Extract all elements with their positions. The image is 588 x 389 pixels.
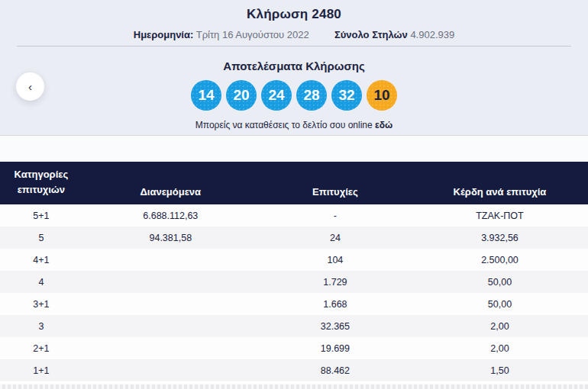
cell-category: 2+1	[0, 343, 82, 354]
table-row: 5 94.381,58 24 3.932,56	[0, 227, 588, 249]
cell-category: 5	[0, 233, 82, 243]
table-row: 4 1.729 50,00	[0, 271, 588, 293]
prize-table-header: Κατηγορίες επιτυχιών Διανεμόμενα Επιτυχί…	[0, 162, 588, 204]
drawn-numbers: 14 20 24 28 32 10	[0, 79, 588, 111]
online-submit-link[interactable]: εδώ	[375, 120, 393, 130]
section-spacer	[0, 136, 588, 162]
draw-results: Αποτελέσματα Κλήρωσης 14 20 24 28 32 10 …	[0, 59, 588, 130]
draw-title: Κλήρωση 2480	[0, 7, 588, 22]
column-header-label: Κατηγορίες επιτυχιών	[9, 167, 73, 198]
cell-category: 4	[0, 277, 82, 288]
cell-prize: ΤΖΑΚ-ΠΟΤ	[412, 211, 588, 221]
draw-meta: Ημερομηνία: Τρίτη 16 Αυγούστου 2022 Σύνο…	[0, 29, 588, 40]
column-header-distributed: Διανεμόμενα	[82, 186, 259, 198]
table-row: 5+1 6.688.112,63 - ΤΖΑΚ-ΠΟΤ	[0, 204, 588, 227]
prize-table: Κατηγορίες επιτυχιών Διανεμόμενα Επιτυχί…	[0, 162, 588, 381]
cell-winners: 19.699	[259, 343, 412, 354]
cell-category: 5+1	[0, 211, 82, 221]
columns-total-label: Σύνολο Στηλών	[334, 29, 408, 40]
cell-distributed: 94.381,58	[82, 233, 259, 243]
online-submit-note: Μπορείς να καταθέσεις το δελτίο σου onli…	[0, 120, 588, 130]
table-row: 2+1 19.699 2,00	[0, 337, 588, 359]
drawn-number-ball: 14	[191, 80, 221, 111]
cell-category: 1+1	[0, 365, 82, 376]
table-row: 3+1 1.668 50,00	[0, 293, 588, 315]
cell-category: 3	[0, 321, 82, 332]
column-header-prize: Κέρδη ανά επιτυχία	[412, 186, 588, 198]
joker-number-ball: 10	[367, 80, 397, 111]
draw-header: Κλήρωση 2480 Ημερομηνία: Τρίτη 16 Αυγούσ…	[0, 0, 588, 42]
cell-category: 4+1	[0, 255, 82, 265]
cell-prize: 2,00	[412, 343, 588, 354]
drawn-number-ball: 32	[331, 80, 362, 111]
column-header-categories: Κατηγορίες επιτυχιών	[0, 167, 82, 198]
date-label: Ημερομηνία:	[134, 29, 194, 40]
cell-winners: 88.462	[259, 365, 412, 376]
column-header-winners: Επιτυχίες	[259, 186, 412, 198]
drawn-number-ball: 28	[296, 80, 327, 111]
drawn-number-ball: 20	[226, 80, 257, 111]
cell-prize: 3.932,56	[412, 233, 588, 243]
perforation-pattern	[0, 384, 588, 389]
results-title: Αποτελέσματα Κλήρωσης	[0, 59, 588, 72]
table-row: 4+1 104 2.500,00	[0, 249, 588, 271]
cell-prize: 2,00	[412, 321, 588, 332]
cell-winners: 1.729	[259, 277, 412, 288]
date-value: Τρίτη 16 Αυγούστου 2022	[196, 29, 309, 40]
online-note-text: Μπορείς να καταθέσεις το δελτίο σου onli…	[195, 120, 373, 130]
table-row: 3 32.365 2,00	[0, 315, 588, 337]
cell-prize: 50,00	[412, 277, 588, 288]
cell-winners: 104	[259, 255, 412, 265]
cell-winners: 24	[259, 233, 412, 243]
cell-winners: 32.365	[259, 321, 412, 332]
cell-distributed: 6.688.112,63	[82, 211, 259, 221]
cell-prize: 2.500,00	[412, 255, 588, 265]
header-divider	[17, 46, 571, 47]
chevron-left-icon: ‹	[28, 80, 32, 93]
cell-winners: 1.668	[259, 299, 412, 310]
table-row: 1+1 88.462 1,50	[0, 359, 588, 381]
previous-draw-button[interactable]: ‹	[16, 72, 44, 101]
cell-category: 3+1	[0, 299, 82, 310]
cell-prize: 1,50	[412, 365, 588, 376]
columns-total-value: 4.902.939	[410, 29, 454, 40]
cell-winners: -	[259, 211, 412, 221]
draw-summary-section: Κλήρωση 2480 Ημερομηνία: Τρίτη 16 Αυγούσ…	[0, 0, 588, 136]
cell-prize: 50,00	[412, 299, 588, 310]
drawn-number-ball: 24	[261, 80, 292, 111]
ticket-perforation-edge	[0, 383, 588, 389]
